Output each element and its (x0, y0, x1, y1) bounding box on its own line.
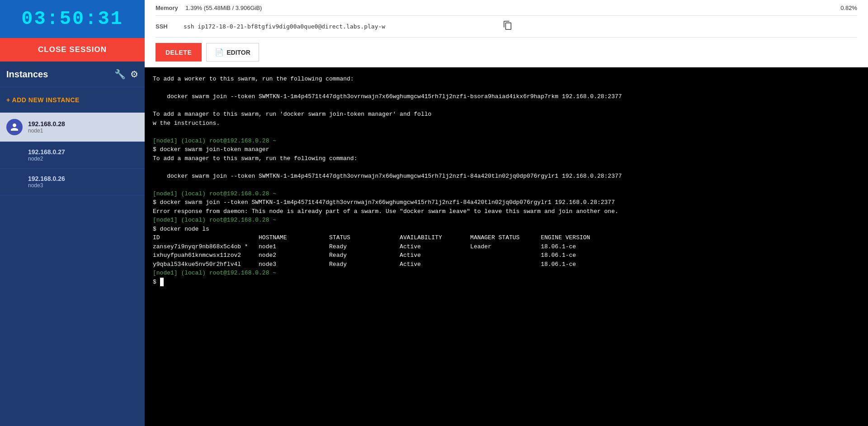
terminal-line: [node1] (local) root@192.168.0.28 ~ (153, 269, 860, 278)
top-info: Memory 1.39% (55.48MiB / 3.906GiB) 0.82%… (145, 0, 868, 38)
timer-bar: 03:50:31 (0, 0, 145, 38)
terminal-line: Error response from daemon: This node is… (153, 207, 860, 216)
terminal-line: $ (153, 278, 860, 287)
memory-right-value: 0.82% (840, 5, 857, 11)
terminal-line: [node1] (local) root@192.168.0.28 ~ (153, 216, 860, 225)
ssh-value: ssh ip172-18-0-21-bf8tgfiv9dig00a0que0@d… (184, 23, 500, 30)
instances-icons: 🔧 ⚙ (114, 69, 138, 80)
instances-title: Instances (6, 69, 48, 80)
instance-ip: 192.168.0.28 (28, 120, 65, 128)
editor-button[interactable]: 📄 EDITOR (206, 43, 259, 62)
ssh-row: SSH ssh ip172-18-0-21-bf8tgfiv9dig00a0qu… (156, 16, 857, 38)
terminal-line: To add a manager to this swarm, run 'doc… (153, 110, 860, 119)
memory-label: Memory (156, 5, 178, 11)
terminal-line: ixhuyfpuah61knmcwsx11zov2 node2 Ready Ac… (153, 251, 860, 260)
terminal[interactable]: To add a worker to this swarm, run the f… (145, 67, 868, 426)
terminal-line: w the instructions. (153, 119, 860, 128)
instance-item[interactable]: 192.168.0.28 node1 (0, 113, 145, 142)
settings-icon[interactable]: ⚙ (130, 69, 138, 80)
memory-percent: 0.82% (821, 4, 857, 12)
file-icon: 📄 (215, 48, 224, 57)
terminal-line: [node1] (local) root@192.168.0.28 ~ (153, 189, 860, 199)
terminal-line: docker swarm join --token SWMTKN-1-1m4p4… (153, 92, 860, 101)
instance-ip: 192.168.0.26 (28, 175, 65, 182)
editor-label: EDITOR (226, 49, 250, 56)
memory-info: Memory 1.39% (55.48MiB / 3.906GiB) (156, 4, 821, 12)
instance-name: node1 (28, 128, 65, 134)
close-session-button[interactable]: CLOSE SESSION (0, 38, 145, 62)
cursor (160, 278, 164, 287)
memory-row: Memory 1.39% (55.48MiB / 3.906GiB) 0.82% (156, 0, 857, 16)
memory-value: 1.39% (55.48MiB / 3.906GiB) (185, 5, 262, 11)
terminal-line: $ docker swarm join-token manager (153, 145, 860, 154)
terminal-line: docker swarm join --token SWMTKN-1-1m4p4… (153, 172, 860, 181)
terminal-line (153, 163, 860, 172)
main-panel: Memory 1.39% (55.48MiB / 3.906GiB) 0.82%… (145, 0, 868, 426)
instance-list: 192.168.0.28 node1 192.168.0.27 node2 19… (0, 113, 145, 195)
avatar (6, 119, 23, 135)
copy-button[interactable] (500, 19, 515, 33)
instance-item[interactable]: 192.168.0.27 node2 (0, 142, 145, 169)
delete-button[interactable]: DELETE (156, 43, 202, 62)
terminal-line: zansey7i9nyqr9nb868x5c4ob * node1 Ready … (153, 242, 860, 251)
terminal-line (153, 180, 860, 189)
instance-ip: 192.168.0.27 (28, 148, 65, 156)
wrench-icon[interactable]: 🔧 (114, 69, 126, 80)
instance-name: node2 (28, 156, 65, 162)
terminal-line: To add a worker to this swarm, run the f… (153, 75, 860, 84)
ssh-label: SSH (156, 23, 178, 30)
instance-item[interactable]: 192.168.0.26 node3 (0, 169, 145, 195)
terminal-line: To add a manager to this swarm, run the … (153, 154, 860, 163)
terminal-line: $ docker node ls (153, 225, 860, 234)
instance-info: 192.168.0.26 node3 (28, 175, 65, 189)
instance-info: 192.168.0.28 node1 (28, 120, 65, 134)
sidebar: 03:50:31 CLOSE SESSION Instances 🔧 ⚙ + A… (0, 0, 145, 426)
terminal-line (153, 128, 860, 137)
terminal-line (153, 84, 860, 93)
terminal-line: [node1] (local) root@192.168.0.28 ~ (153, 137, 860, 146)
terminal-line: $ docker swarm join --token SWMTKN-1-1m4… (153, 198, 860, 207)
timer-display: 03:50:31 (0, 8, 145, 30)
terminal-line: ID HOSTNAME STATUS AVAILABILITY MANAGER … (153, 233, 860, 242)
instances-header: Instances 🔧 ⚙ (0, 62, 145, 87)
instance-name: node3 (28, 182, 65, 189)
action-bar: DELETE 📄 EDITOR (145, 38, 868, 67)
terminal-line: y9qbal534kue5nv50r2hflv4l node3 Ready Ac… (153, 260, 860, 269)
add-new-instance-button[interactable]: + ADD NEW INSTANCE (0, 87, 145, 113)
terminal-line (153, 101, 860, 110)
instance-info: 192.168.0.27 node2 (28, 148, 65, 162)
